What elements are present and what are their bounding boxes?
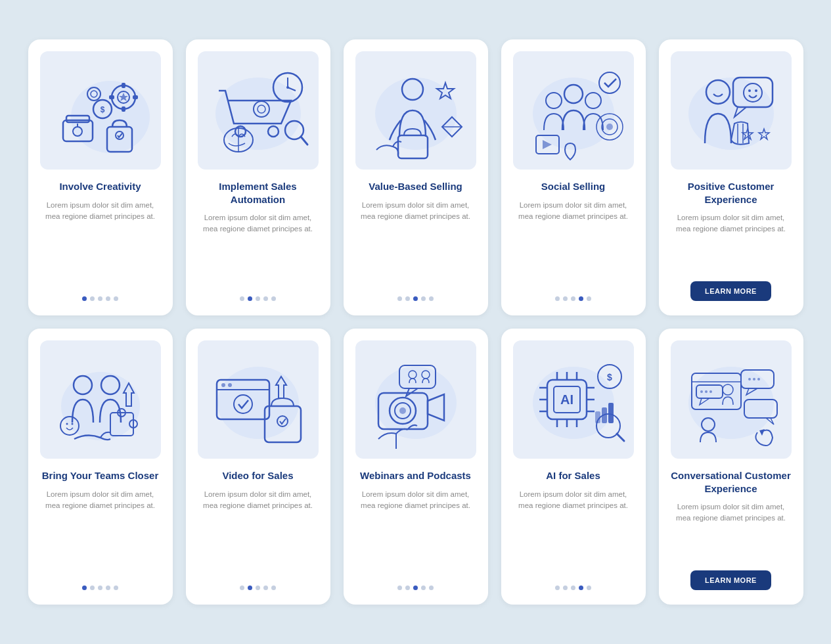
dot-1 — [82, 296, 87, 301]
card-positive-customer-experience: Positive Customer Experience Lorem ipsum… — [659, 39, 803, 315]
svg-point-120 — [753, 378, 755, 380]
dot-2 — [563, 296, 568, 301]
svg-point-37 — [533, 78, 614, 150]
dot-2 — [248, 586, 252, 590]
card-illustration-video-sales — [198, 340, 319, 459]
dot-4 — [421, 296, 426, 301]
svg-point-71 — [228, 383, 232, 387]
svg-point-51 — [748, 89, 751, 92]
card-title-video-sales: Video for Sales — [222, 469, 293, 482]
dot-1 — [82, 586, 87, 590]
dot-5 — [114, 586, 118, 590]
dot-2 — [563, 586, 568, 590]
dots-webinars — [397, 586, 434, 590]
dot-2 — [405, 586, 410, 590]
dots-involve-creativity — [82, 296, 118, 301]
card-title-positive-cx: Positive Customer Experience — [671, 180, 792, 206]
card-illustration-social-selling — [513, 51, 634, 170]
card-social-selling: Social Selling Lorem ipsum dolor sit dim… — [501, 39, 646, 315]
dot-3 — [98, 586, 102, 590]
svg-text:$: $ — [100, 105, 104, 114]
card-illustration-ai-sales: AI $ — [513, 340, 634, 459]
dots-value-selling — [397, 296, 434, 301]
dot-2 — [90, 586, 95, 590]
dot-1 — [555, 586, 560, 590]
card-body-implement-sales: Lorem ipsum dolor sit dim amet, mea regi… — [198, 212, 319, 287]
dot-5 — [587, 586, 591, 590]
dot-1 — [240, 296, 244, 301]
dot-3 — [256, 586, 260, 590]
card-illustration-positive-cx — [671, 51, 792, 170]
dot-1 — [555, 296, 560, 301]
svg-rect-10 — [122, 106, 125, 112]
dot-4 — [579, 586, 583, 590]
card-title-value-selling: Value-Based Selling — [369, 180, 462, 193]
dot-5 — [587, 296, 591, 301]
dot-3 — [571, 586, 575, 590]
svg-rect-104 — [595, 411, 600, 423]
dots-implement-sales — [240, 296, 276, 301]
svg-line-30 — [301, 137, 307, 145]
svg-text:AI: AI — [560, 392, 573, 407]
card-value-based-selling: Value-Based Selling Lorem ipsum dolor si… — [344, 39, 488, 315]
card-title-conversational-cx: Conversational Customer Experience — [671, 469, 792, 495]
dot-2 — [90, 296, 95, 301]
card-ai-for-sales: AI $ — [501, 329, 646, 605]
dots-teams — [82, 586, 118, 590]
dot-5 — [271, 296, 276, 301]
dots-social-selling — [555, 296, 591, 301]
svg-point-107 — [688, 367, 774, 439]
card-body-social-selling: Lorem ipsum dolor sit dim amet, mea regi… — [513, 200, 634, 288]
card-grid: $ Involve Creativity — [28, 39, 803, 605]
card-body-video-sales: Lorem ipsum dolor sit dim amet, mea regi… — [198, 489, 319, 577]
card-title-ai-sales: AI for Sales — [546, 469, 600, 482]
card-body-webinars: Lorem ipsum dolor sit dim amet, mea regi… — [355, 489, 476, 577]
learn-more-button-1[interactable]: LEARN MORE — [690, 281, 771, 301]
svg-rect-11 — [109, 95, 114, 99]
svg-point-65 — [71, 423, 73, 425]
dot-1 — [397, 296, 402, 301]
svg-point-84 — [533, 367, 614, 439]
card-body-ai-sales: Lorem ipsum dolor sit dim amet, mea regi… — [513, 489, 634, 577]
svg-point-70 — [221, 383, 225, 387]
svg-point-41 — [599, 72, 620, 93]
dot-5 — [114, 296, 118, 301]
dot-4 — [263, 296, 268, 301]
dot-5 — [271, 586, 276, 590]
card-title-social-selling: Social Selling — [541, 180, 606, 193]
svg-rect-105 — [602, 407, 607, 423]
card-video-for-sales: Video for Sales Lorem ipsum dolor sit di… — [186, 329, 330, 605]
svg-point-64 — [66, 423, 68, 425]
card-illustration-value-selling — [355, 51, 476, 170]
dot-2 — [405, 296, 410, 301]
dot-5 — [429, 296, 434, 301]
svg-rect-106 — [608, 403, 614, 423]
svg-rect-12 — [133, 95, 138, 99]
svg-point-31 — [375, 78, 457, 150]
card-body-value-selling: Lorem ipsum dolor sit dim amet, mea regi… — [355, 200, 476, 288]
card-bring-teams-closer: Bring Your Teams Closer Lorem ipsum dolo… — [28, 329, 173, 605]
card-illustration-webinars — [355, 340, 476, 459]
dot-4 — [421, 586, 426, 590]
card-illustration-teams — [40, 340, 161, 459]
dot-3 — [98, 296, 102, 301]
svg-point-117 — [705, 390, 707, 393]
dot-2 — [248, 296, 252, 301]
card-conversational-cx: Conversational Customer Experience Lorem… — [659, 329, 803, 605]
card-body-positive-cx: Lorem ipsum dolor sit dim amet, mea regi… — [671, 212, 792, 272]
dots-ai-sales — [555, 586, 591, 590]
svg-rect-9 — [122, 83, 125, 88]
svg-point-116 — [700, 390, 703, 393]
svg-point-121 — [757, 378, 760, 380]
card-title-implement-sales: Implement Sales Automation — [198, 180, 319, 206]
svg-marker-115 — [759, 429, 765, 436]
dot-5 — [429, 586, 434, 590]
card-body-involve-creativity: Lorem ipsum dolor sit dim amet, mea regi… — [40, 200, 161, 288]
svg-point-44 — [606, 124, 613, 130]
svg-point-80 — [399, 407, 406, 414]
dot-3 — [413, 586, 418, 590]
svg-point-67 — [217, 367, 299, 439]
svg-text:$: $ — [607, 372, 612, 382]
card-body-teams: Lorem ipsum dolor sit dim amet, mea regi… — [40, 489, 161, 577]
learn-more-button-2[interactable]: LEARN MORE — [690, 570, 771, 590]
